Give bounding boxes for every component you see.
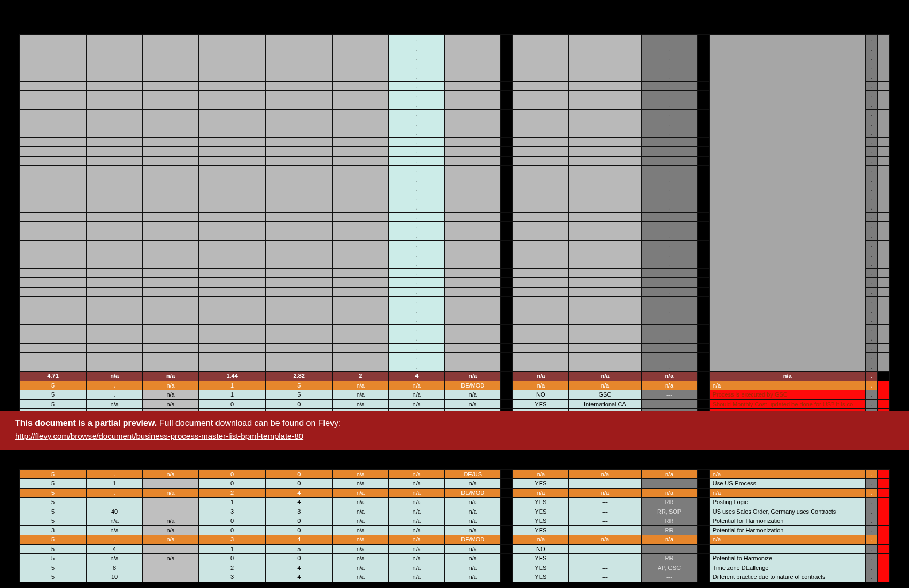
cell — [333, 44, 389, 53]
cell: . — [641, 119, 697, 128]
cell — [501, 390, 513, 400]
cell: --- — [569, 544, 641, 554]
cell — [445, 241, 501, 250]
cell: n/a — [513, 469, 569, 479]
cell — [877, 119, 889, 128]
cell — [501, 353, 513, 362]
cell — [20, 306, 87, 315]
table-row: 5415n/an/an/aNO---------. — [20, 544, 890, 554]
cell: 3 — [266, 507, 333, 516]
cell — [20, 250, 87, 259]
cell — [513, 315, 569, 325]
cell: . — [389, 297, 445, 306]
cell — [87, 287, 143, 297]
cell — [877, 156, 889, 166]
cell: . — [866, 488, 877, 498]
cell — [266, 324, 333, 334]
cell — [143, 353, 199, 362]
cell — [501, 469, 513, 479]
cell — [513, 353, 569, 362]
cell: . — [641, 44, 697, 53]
cell — [501, 147, 513, 157]
cell — [20, 287, 87, 297]
cell — [877, 516, 889, 526]
cell — [266, 278, 333, 288]
cell — [143, 306, 199, 315]
cell: n/a — [389, 572, 445, 582]
cell — [501, 334, 513, 344]
cell: n/a — [445, 390, 501, 400]
cell — [513, 44, 569, 53]
cell — [199, 250, 266, 259]
cell — [697, 544, 709, 554]
cell: . — [641, 35, 697, 44]
cell — [501, 119, 513, 128]
cell: YES — [513, 516, 569, 526]
cell: 5 — [266, 381, 333, 390]
cell — [445, 110, 501, 119]
cell — [333, 156, 389, 166]
table-row: 5.n/a34n/an/aDE/MODn/an/an/an/a. — [20, 535, 890, 545]
cell — [569, 166, 641, 175]
cell: . — [641, 353, 697, 362]
cell — [501, 72, 513, 82]
table-row: 3n/an/a00n/an/an/aYES---RRPotential for … — [20, 525, 890, 535]
cell — [266, 184, 333, 194]
cell: n/a — [445, 507, 501, 516]
cell — [697, 572, 709, 582]
cell — [143, 268, 199, 278]
cell: 0 — [199, 479, 266, 489]
cell — [501, 156, 513, 166]
cell — [199, 184, 266, 194]
cell — [569, 324, 641, 334]
cell: 5 — [20, 498, 87, 507]
cell: YES — [513, 572, 569, 582]
cell — [20, 334, 87, 344]
cell — [333, 222, 389, 231]
cell — [333, 231, 389, 241]
cell — [333, 315, 389, 325]
cell: n/a — [569, 381, 641, 390]
cell — [20, 119, 87, 128]
cell — [87, 156, 143, 166]
cell — [199, 110, 266, 119]
banner-link[interactable]: http://flevy.com/browse/document/busines… — [15, 431, 303, 440]
cell — [569, 306, 641, 315]
cell: . — [866, 53, 877, 63]
cell — [697, 231, 709, 241]
cell — [697, 287, 709, 297]
cell: YES — [513, 479, 569, 489]
cell: n/a — [389, 554, 445, 563]
cell — [697, 525, 709, 535]
stage: ........................................… — [0, 0, 909, 588]
cell — [445, 166, 501, 175]
cell — [569, 194, 641, 203]
cell: n/a — [389, 544, 445, 554]
cell: . — [641, 184, 697, 194]
cell — [87, 268, 143, 278]
cell: . — [641, 315, 697, 325]
cell: . — [389, 343, 445, 353]
cell — [569, 203, 641, 213]
cell: . — [866, 241, 877, 250]
cell — [143, 479, 199, 489]
cell — [199, 297, 266, 306]
cell — [877, 100, 889, 110]
cell — [266, 147, 333, 157]
cell — [569, 222, 641, 231]
cell — [569, 315, 641, 325]
cell — [20, 241, 87, 250]
header-cell: 2 — [333, 372, 389, 381]
cell — [513, 362, 569, 372]
cell: 5 — [20, 399, 87, 409]
cell: --- — [641, 390, 697, 400]
cell — [333, 110, 389, 119]
cell — [20, 278, 87, 288]
cell — [697, 259, 709, 269]
cell — [569, 362, 641, 372]
cell — [266, 166, 333, 175]
table-row: 5824n/an/an/aYES---AP, GSCTime zone DEal… — [20, 563, 890, 572]
cell — [143, 507, 199, 516]
cell: . — [389, 128, 445, 138]
header-cell: n/a — [641, 372, 697, 381]
